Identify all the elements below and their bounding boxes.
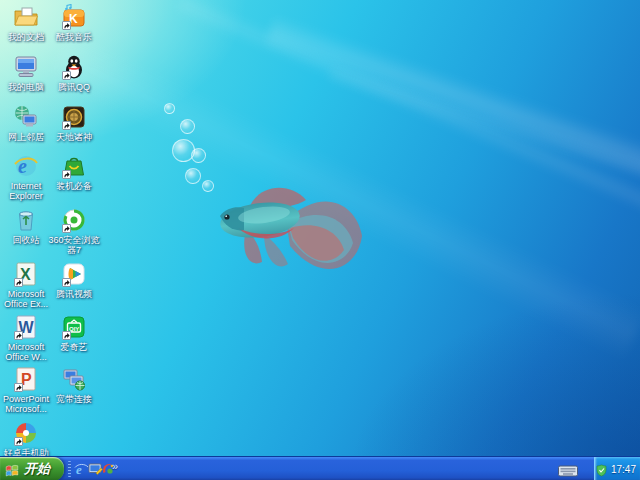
desktop-icon-tiandi-zhushen[interactable]: 天地诸神 (48, 104, 100, 142)
shortcut-arrow-icon (62, 331, 71, 340)
tencent-video-icon (61, 261, 87, 287)
shortcut-arrow-icon (62, 170, 71, 179)
bubble (180, 119, 195, 134)
shortcut-arrow-icon (62, 71, 71, 80)
haozhuo-phone-assistant-icon (13, 420, 39, 446)
svg-text:e: e (76, 462, 82, 477)
bubble (191, 148, 206, 163)
kuwo-music-icon: K (61, 4, 87, 30)
shortcut-arrow-icon (62, 278, 71, 287)
icon-label: 天地诸神 (48, 132, 100, 142)
shortcut-arrow-icon (14, 437, 23, 446)
quick-launch-overflow-chevron[interactable]: » (112, 460, 118, 472)
my-documents-icon (13, 4, 39, 30)
desktop-screen: 我的文档 K 酷我音乐 我的电脑 (0, 0, 640, 480)
desktop-icon-360-browser[interactable]: 360安全浏览 器7 (48, 207, 100, 255)
desktop-icon-kuwo-music[interactable]: K 酷我音乐 (48, 4, 100, 42)
shortcut-arrow-icon (14, 278, 23, 287)
desktop-icon-my-computer[interactable]: 我的电脑 (0, 54, 52, 92)
recycle-bin-icon (13, 207, 39, 233)
desktop-icon-tencent-qq[interactable]: 腾讯QQ (48, 54, 100, 92)
shortcut-arrow-icon (14, 383, 23, 392)
icon-label: 我的电脑 (0, 82, 52, 92)
desktop-icon-broadband-connection[interactable]: 宽带连接 (48, 366, 100, 404)
tray-clock[interactable]: 17:47 (611, 464, 636, 475)
desktop-icon-iqiyi[interactable]: QIY 爱奇艺 (48, 314, 100, 352)
shortcut-arrow-icon (14, 331, 23, 340)
desktop-icon-my-documents[interactable]: 我的文档 (0, 4, 52, 42)
betta-fish-wallpaper-image (198, 168, 368, 293)
start-button[interactable]: 开始 (0, 457, 64, 480)
desktop-icon-my-network-places[interactable]: 网上邻居 (0, 104, 52, 142)
icon-label: Microsoft Office W... (0, 342, 52, 362)
windows-logo-icon (5, 462, 20, 477)
desktop-icon-recycle-bin[interactable]: 回收站 (0, 207, 52, 245)
tiandi-zhushen-game-icon (61, 104, 87, 130)
tencent-qq-icon (61, 54, 87, 80)
icon-label: 腾讯QQ (48, 82, 100, 92)
taskbar: 开始 e » (0, 456, 640, 480)
desktop-icon-word[interactable]: W Microsoft Office W... (0, 314, 52, 362)
icon-label: 网上邻居 (0, 132, 52, 142)
iqiyi-icon: QIY (61, 314, 87, 340)
icon-label: 装机必备 (48, 181, 100, 191)
zhuangji-bibei-icon (61, 153, 87, 179)
bubble (164, 103, 175, 114)
desktop-icon-zhuangji-bibei[interactable]: 装机必备 (48, 153, 100, 191)
keyboard-icon[interactable] (558, 463, 578, 480)
icon-label: 腾讯视频 (48, 289, 100, 299)
icon-label: 我的文档 (0, 32, 52, 42)
desktop-icon-powerpoint[interactable]: P PowerPoint Microsof... (0, 366, 52, 414)
start-button-label: 开始 (24, 460, 50, 478)
icon-label: Microsoft Office Ex... (0, 289, 52, 309)
quick-launch-handle[interactable] (68, 461, 71, 477)
shortcut-arrow-icon (62, 21, 71, 30)
icon-label: 360安全浏览 器7 (48, 235, 100, 255)
icon-label: 爱奇艺 (48, 342, 100, 352)
powerpoint-icon: P (13, 366, 39, 392)
desktop-icon-excel[interactable]: X Microsoft Office Ex... (0, 261, 52, 309)
word-icon: W (13, 314, 39, 340)
icon-label: 酷我音乐 (48, 32, 100, 42)
my-network-places-icon (13, 104, 39, 130)
icon-label: PowerPoint Microsof... (0, 394, 52, 414)
excel-icon: X (13, 261, 39, 287)
icon-label: Internet Explorer (0, 181, 52, 201)
360-secure-browser-icon (61, 207, 87, 233)
my-computer-icon (13, 54, 39, 80)
broadband-connection-icon (61, 366, 87, 392)
icon-label: 宽带连接 (48, 394, 100, 404)
internet-explorer-icon: e (13, 153, 39, 179)
icon-label: 回收站 (0, 235, 52, 245)
system-tray: 17:47 (594, 457, 640, 480)
desktop-icon-internet-explorer[interactable]: e Internet Explorer (0, 153, 52, 201)
shortcut-arrow-icon (62, 121, 71, 130)
desktop-icon-tencent-video[interactable]: 腾讯视频 (48, 261, 100, 299)
shortcut-arrow-icon (62, 224, 71, 233)
ie-quicklaunch-icon[interactable]: e (74, 461, 89, 476)
safety-tray-icon[interactable] (595, 463, 608, 476)
